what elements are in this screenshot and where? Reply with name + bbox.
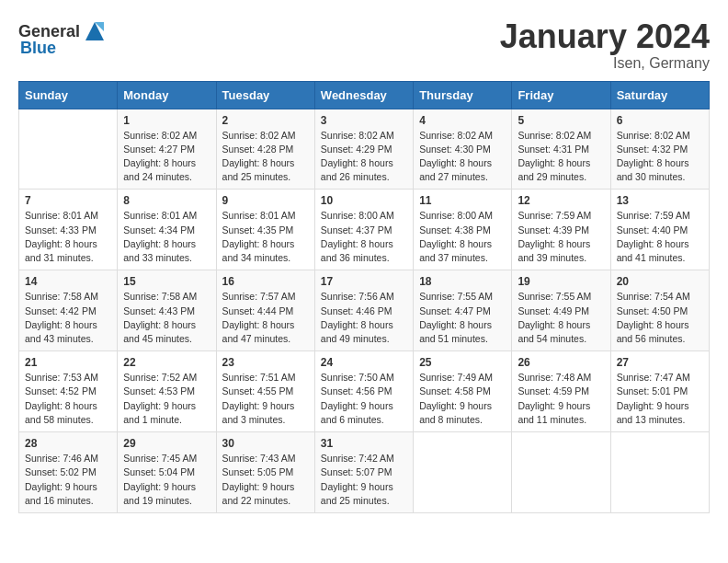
day-info: Sunrise: 7:59 AMSunset: 4:40 PMDaylight:… bbox=[617, 209, 703, 265]
calendar-cell: 17Sunrise: 7:56 AMSunset: 4:46 PMDayligh… bbox=[314, 270, 413, 351]
calendar-cell: 31Sunrise: 7:42 AMSunset: 5:07 PMDayligh… bbox=[314, 432, 413, 513]
day-number: 8 bbox=[123, 194, 210, 207]
day-info: Sunrise: 7:58 AMSunset: 4:42 PMDaylight:… bbox=[25, 290, 111, 346]
calendar-cell: 1Sunrise: 8:02 AMSunset: 4:27 PMDaylight… bbox=[118, 109, 216, 190]
day-info: Sunrise: 8:00 AMSunset: 4:38 PMDaylight:… bbox=[419, 209, 506, 265]
day-number: 3 bbox=[321, 114, 407, 127]
calendar-cell: 21Sunrise: 7:53 AMSunset: 4:52 PMDayligh… bbox=[19, 351, 118, 432]
day-number: 22 bbox=[123, 356, 210, 369]
day-number: 14 bbox=[25, 275, 111, 288]
day-info: Sunrise: 7:46 AMSunset: 5:02 PMDaylight:… bbox=[25, 452, 111, 508]
calendar-cell: 3Sunrise: 8:02 AMSunset: 4:29 PMDaylight… bbox=[314, 109, 413, 190]
day-number: 9 bbox=[222, 194, 309, 207]
day-number: 16 bbox=[222, 275, 309, 288]
logo: General Blue bbox=[18, 18, 108, 58]
day-info: Sunrise: 7:49 AMSunset: 4:58 PMDaylight:… bbox=[419, 371, 506, 427]
calendar-cell: 8Sunrise: 8:01 AMSunset: 4:34 PMDaylight… bbox=[118, 190, 216, 270]
calendar-cell: 7Sunrise: 8:01 AMSunset: 4:33 PMDaylight… bbox=[19, 190, 118, 270]
calendar-cell bbox=[610, 432, 709, 513]
page-header: General Blue January 2024 Isen, Germany bbox=[18, 18, 710, 72]
calendar-cell: 23Sunrise: 7:51 AMSunset: 4:55 PMDayligh… bbox=[216, 351, 314, 432]
day-number: 31 bbox=[321, 437, 407, 450]
day-info: Sunrise: 7:58 AMSunset: 4:43 PMDaylight:… bbox=[123, 290, 210, 346]
day-info: Sunrise: 8:02 AMSunset: 4:27 PMDaylight:… bbox=[123, 129, 210, 185]
day-info: Sunrise: 8:00 AMSunset: 4:37 PMDaylight:… bbox=[321, 209, 407, 265]
calendar-cell: 11Sunrise: 8:00 AMSunset: 4:38 PMDayligh… bbox=[414, 190, 512, 270]
day-number: 18 bbox=[419, 275, 506, 288]
day-number: 30 bbox=[222, 437, 309, 450]
day-info: Sunrise: 7:45 AMSunset: 5:04 PMDaylight:… bbox=[123, 452, 210, 508]
calendar-week-4: 21Sunrise: 7:53 AMSunset: 4:52 PMDayligh… bbox=[19, 351, 710, 432]
day-info: Sunrise: 7:48 AMSunset: 4:59 PMDaylight:… bbox=[518, 371, 604, 427]
day-info: Sunrise: 7:52 AMSunset: 4:53 PMDaylight:… bbox=[123, 371, 210, 427]
calendar-cell: 5Sunrise: 8:02 AMSunset: 4:31 PMDaylight… bbox=[512, 109, 610, 190]
calendar-cell: 12Sunrise: 7:59 AMSunset: 4:39 PMDayligh… bbox=[512, 190, 610, 270]
month-title: January 2024 bbox=[500, 18, 710, 55]
day-number: 20 bbox=[617, 275, 703, 288]
day-number: 12 bbox=[518, 194, 604, 207]
calendar-cell: 6Sunrise: 8:02 AMSunset: 4:32 PMDaylight… bbox=[610, 109, 709, 190]
day-info: Sunrise: 8:02 AMSunset: 4:30 PMDaylight:… bbox=[419, 129, 506, 185]
calendar-cell bbox=[19, 109, 118, 190]
calendar-cell: 24Sunrise: 7:50 AMSunset: 4:56 PMDayligh… bbox=[314, 351, 413, 432]
calendar-cell: 15Sunrise: 7:58 AMSunset: 4:43 PMDayligh… bbox=[118, 270, 216, 351]
weekday-header-row: SundayMondayTuesdayWednesdayThursdayFrid… bbox=[19, 81, 710, 109]
calendar-table: SundayMondayTuesdayWednesdayThursdayFrid… bbox=[18, 81, 710, 513]
calendar-cell: 10Sunrise: 8:00 AMSunset: 4:37 PMDayligh… bbox=[314, 190, 413, 270]
day-number: 11 bbox=[419, 194, 506, 207]
day-number: 23 bbox=[222, 356, 309, 369]
weekday-header-sunday: Sunday bbox=[19, 81, 118, 109]
day-info: Sunrise: 7:54 AMSunset: 4:50 PMDaylight:… bbox=[617, 290, 703, 346]
day-number: 10 bbox=[321, 194, 407, 207]
day-info: Sunrise: 8:02 AMSunset: 4:28 PMDaylight:… bbox=[222, 129, 309, 185]
day-number: 2 bbox=[222, 114, 309, 127]
day-info: Sunrise: 8:02 AMSunset: 4:31 PMDaylight:… bbox=[518, 129, 604, 185]
logo-icon bbox=[82, 18, 108, 44]
day-info: Sunrise: 7:43 AMSunset: 5:05 PMDaylight:… bbox=[222, 452, 309, 508]
location-label: Isen, Germany bbox=[500, 55, 710, 72]
calendar-cell bbox=[512, 432, 610, 513]
day-info: Sunrise: 7:51 AMSunset: 4:55 PMDaylight:… bbox=[222, 371, 309, 427]
day-info: Sunrise: 7:59 AMSunset: 4:39 PMDaylight:… bbox=[518, 209, 604, 265]
calendar-week-1: 1Sunrise: 8:02 AMSunset: 4:27 PMDaylight… bbox=[19, 109, 710, 190]
calendar-week-3: 14Sunrise: 7:58 AMSunset: 4:42 PMDayligh… bbox=[19, 270, 710, 351]
day-info: Sunrise: 8:02 AMSunset: 4:29 PMDaylight:… bbox=[321, 129, 407, 185]
day-number: 25 bbox=[419, 356, 506, 369]
calendar-cell: 4Sunrise: 8:02 AMSunset: 4:30 PMDaylight… bbox=[414, 109, 512, 190]
calendar-cell: 14Sunrise: 7:58 AMSunset: 4:42 PMDayligh… bbox=[19, 270, 118, 351]
day-info: Sunrise: 7:42 AMSunset: 5:07 PMDaylight:… bbox=[321, 452, 407, 508]
logo-blue: Blue bbox=[20, 39, 56, 58]
calendar-cell: 25Sunrise: 7:49 AMSunset: 4:58 PMDayligh… bbox=[414, 351, 512, 432]
calendar-week-5: 28Sunrise: 7:46 AMSunset: 5:02 PMDayligh… bbox=[19, 432, 710, 513]
weekday-header-friday: Friday bbox=[512, 81, 610, 109]
day-number: 29 bbox=[123, 437, 210, 450]
calendar-cell: 29Sunrise: 7:45 AMSunset: 5:04 PMDayligh… bbox=[118, 432, 216, 513]
calendar-cell: 16Sunrise: 7:57 AMSunset: 4:44 PMDayligh… bbox=[216, 270, 314, 351]
calendar-cell: 19Sunrise: 7:55 AMSunset: 4:49 PMDayligh… bbox=[512, 270, 610, 351]
weekday-header-wednesday: Wednesday bbox=[314, 81, 413, 109]
day-number: 17 bbox=[321, 275, 407, 288]
day-number: 6 bbox=[617, 114, 703, 127]
day-number: 26 bbox=[518, 356, 604, 369]
day-number: 7 bbox=[25, 194, 111, 207]
day-info: Sunrise: 8:01 AMSunset: 4:33 PMDaylight:… bbox=[25, 209, 111, 265]
day-number: 28 bbox=[25, 437, 111, 450]
day-number: 21 bbox=[25, 356, 111, 369]
day-info: Sunrise: 7:50 AMSunset: 4:56 PMDaylight:… bbox=[321, 371, 407, 427]
day-number: 5 bbox=[518, 114, 604, 127]
day-info: Sunrise: 7:47 AMSunset: 5:01 PMDaylight:… bbox=[617, 371, 703, 427]
weekday-header-tuesday: Tuesday bbox=[216, 81, 314, 109]
calendar-week-2: 7Sunrise: 8:01 AMSunset: 4:33 PMDaylight… bbox=[19, 190, 710, 270]
calendar-cell bbox=[414, 432, 512, 513]
day-info: Sunrise: 7:55 AMSunset: 4:47 PMDaylight:… bbox=[419, 290, 506, 346]
day-number: 4 bbox=[419, 114, 506, 127]
day-number: 15 bbox=[123, 275, 210, 288]
day-info: Sunrise: 8:01 AMSunset: 4:34 PMDaylight:… bbox=[123, 209, 210, 265]
weekday-header-monday: Monday bbox=[118, 81, 216, 109]
day-info: Sunrise: 7:56 AMSunset: 4:46 PMDaylight:… bbox=[321, 290, 407, 346]
day-info: Sunrise: 8:02 AMSunset: 4:32 PMDaylight:… bbox=[617, 129, 703, 185]
calendar-cell: 30Sunrise: 7:43 AMSunset: 5:05 PMDayligh… bbox=[216, 432, 314, 513]
calendar-cell: 28Sunrise: 7:46 AMSunset: 5:02 PMDayligh… bbox=[19, 432, 118, 513]
weekday-header-thursday: Thursday bbox=[414, 81, 512, 109]
day-info: Sunrise: 7:55 AMSunset: 4:49 PMDaylight:… bbox=[518, 290, 604, 346]
